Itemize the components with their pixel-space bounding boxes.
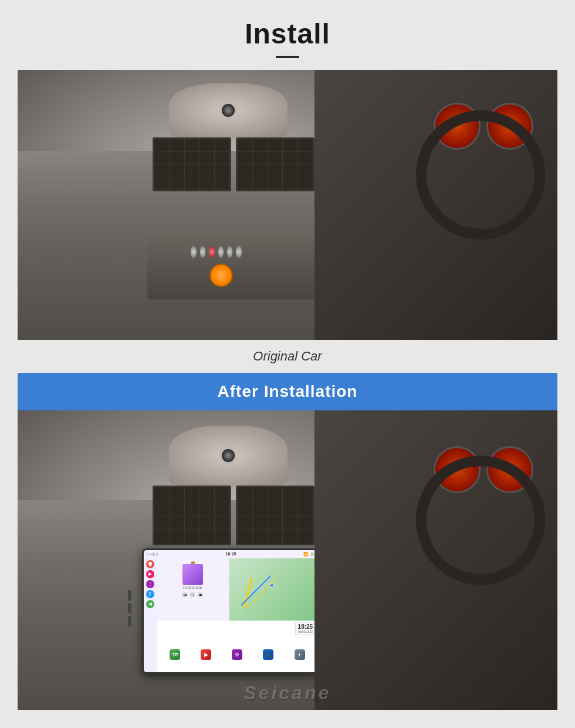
hu-sidebar-green: ◀ <box>146 600 154 608</box>
after-vent-right <box>236 486 314 545</box>
hu-sidebar-purple: ⋮ <box>146 580 154 588</box>
menu-dots-icon: ⋮ <box>148 581 153 587</box>
original-car-image <box>18 70 557 340</box>
head-unit-screen: ⌂ ◁ ▭ 18:25 📶 🔋 <box>144 550 319 672</box>
hu-map <box>229 558 319 621</box>
radio-unit <box>147 232 320 299</box>
hu-wifi-icon: 📶 <box>303 552 309 557</box>
hu-sidebar-bt: ₿ <box>146 590 154 598</box>
hu-right-icons: 📶 🔋 <box>303 552 315 557</box>
head-unit-side-buttons <box>126 545 134 671</box>
hu-prev-btn[interactable]: ⏮ <box>182 592 188 598</box>
head-unit: ⌂ ◁ ▭ 18:25 📶 🔋 <box>142 548 320 674</box>
svg-marker-1 <box>149 564 151 567</box>
map-route-svg <box>229 558 319 621</box>
hu-top-area: 📻 FM 88.00 MHz ⏮ 🔍 ⏭ <box>157 558 319 621</box>
hu-status-bar: ⌂ ◁ ▭ 18:25 📶 🔋 <box>144 550 319 558</box>
vent-right <box>236 137 314 191</box>
top-console <box>169 83 288 137</box>
steering-wheel <box>416 110 545 240</box>
eye-detail <box>219 102 237 119</box>
hu-radio-controls: ⏮ 🔍 ⏭ <box>158 592 227 598</box>
hu-left-icons: ⌂ ◁ ▭ <box>147 552 158 557</box>
hu-search-btn[interactable]: 🔍 <box>190 592 195 598</box>
hu-sidebar-video: ▶ <box>146 570 154 578</box>
original-car-caption: Original Car <box>18 340 557 373</box>
side-btn-2 <box>128 603 131 614</box>
after-steering-wheel <box>416 456 545 585</box>
radio-btn-5 <box>226 245 233 258</box>
play-icon: ▶ <box>148 571 152 577</box>
hu-radio: 📻 FM 88.00 MHz ⏮ 🔍 ⏭ <box>157 558 229 621</box>
car-interior-bg <box>18 70 557 340</box>
hu-home-icon: ⌂ <box>147 552 149 556</box>
hu-clock-time: 18:25 <box>298 623 313 630</box>
radio-btn-3 <box>208 245 215 258</box>
vent-left <box>153 137 231 191</box>
hu-body: ▶ ⋮ ₿ ◀ <box>144 558 319 672</box>
after-installation-text: After Installation <box>218 382 358 400</box>
hu-app-bluetooth[interactable]: 📞 <box>263 649 273 660</box>
add-icon: + <box>297 651 301 658</box>
hu-app-video[interactable]: ▶ <box>201 649 211 660</box>
map-pin-icon <box>147 561 153 567</box>
hu-app-add[interactable]: + <box>295 649 305 660</box>
hu-radio-station: 📻 <box>158 560 227 564</box>
hu-app-maps[interactable]: 🗺 <box>170 649 180 660</box>
vents-area <box>153 137 314 191</box>
radio-buttons <box>190 245 242 258</box>
phone-icon: 📞 <box>265 652 272 658</box>
radio-btn-4 <box>218 245 224 258</box>
arrow-icon: ◀ <box>148 601 152 606</box>
radio-btn-1 <box>190 245 197 258</box>
hu-clock-box: 18:25 09/06/2023 <box>295 622 316 635</box>
side-btn-1 <box>128 590 131 601</box>
original-car-section: Original Car After Installation <box>18 70 557 710</box>
hu-sidebar-maps <box>146 560 154 568</box>
hu-menu-icon: ▭ <box>154 552 158 557</box>
hu-clock-date: 09/06/2023 <box>298 630 313 633</box>
after-eye-detail <box>219 447 237 464</box>
radio-btn-6 <box>235 245 242 258</box>
seicane-watermark: Seicane <box>244 682 332 704</box>
hu-bottom-area: 18:25 09/06/2023 🗺 <box>157 621 319 672</box>
radio-btn-2 <box>199 245 206 258</box>
maps-icon: 🗺 <box>172 652 178 658</box>
after-installation-banner: After Installation <box>18 373 557 410</box>
bluetooth-icon: ₿ <box>149 592 151 596</box>
title-divider <box>276 56 299 58</box>
hu-time: 18:25 <box>226 552 236 556</box>
hu-radio-frequency: FM 88.00 MHz <box>158 586 227 589</box>
orange-knob <box>209 264 233 287</box>
after-car-interior: ⌂ ◁ ▭ 18:25 📶 🔋 <box>18 410 557 710</box>
after-top-console <box>169 426 288 486</box>
title-section: Install <box>0 18 575 58</box>
steering-wheel-area <box>314 70 557 340</box>
hu-main-content: 📻 FM 88.00 MHz ⏮ 🔍 ⏭ <box>157 558 319 672</box>
hu-next-btn[interactable]: ⏭ <box>197 592 203 598</box>
video-icon: ▶ <box>204 652 208 658</box>
page-title: Install <box>0 18 575 50</box>
side-btn-3 <box>128 616 131 626</box>
hu-app-settings[interactable]: ⚙ <box>232 649 242 660</box>
hu-app-row: 🗺 ▶ ⚙ � <box>157 636 319 672</box>
after-vent-left <box>153 486 231 545</box>
hu-back-icon: ◁ <box>150 552 153 557</box>
after-steering-wheel-area <box>314 410 557 710</box>
hu-radio-icon: 📻 <box>158 560 227 564</box>
hu-clock-area: 18:25 09/06/2023 <box>157 621 319 636</box>
page-container: Install <box>0 0 575 722</box>
after-vents-area <box>153 486 314 545</box>
settings-icon: ⚙ <box>235 652 239 658</box>
after-car-image: ⌂ ◁ ▭ 18:25 📶 🔋 <box>18 410 557 710</box>
hu-album-art <box>182 564 203 585</box>
hu-sidebar: ▶ ⋮ ₿ ◀ <box>144 558 157 672</box>
